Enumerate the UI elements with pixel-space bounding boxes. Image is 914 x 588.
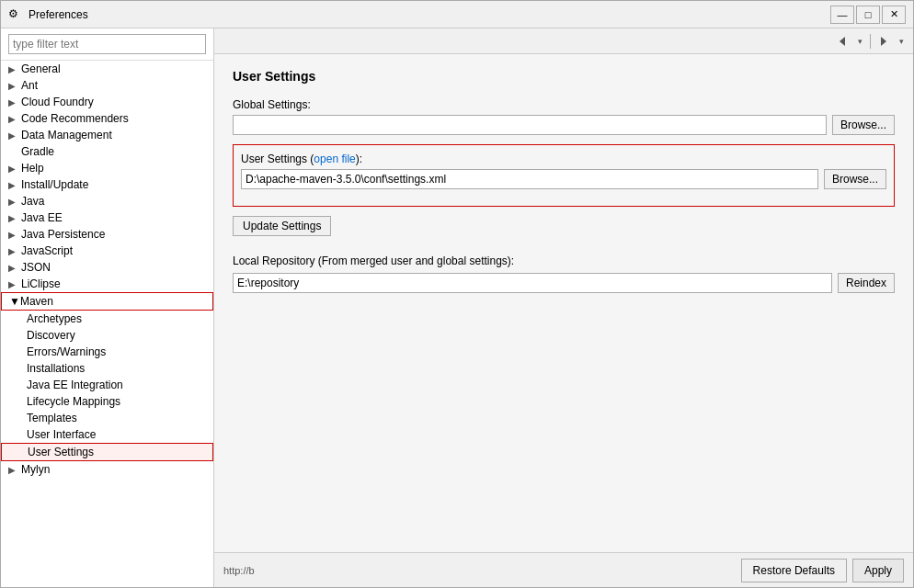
toolbar-separator <box>870 34 871 49</box>
sidebar-item-install-update[interactable]: ▶ Install/Update <box>1 176 213 193</box>
local-repo-input[interactable] <box>233 273 832 293</box>
sidebar-item-java[interactable]: ▶ Java <box>1 193 213 209</box>
sidebar-child-label: User Interface <box>27 428 96 441</box>
arrow-icon: ▶ <box>8 263 21 273</box>
sidebar-item-json[interactable]: ▶ JSON <box>1 259 213 276</box>
arrow-icon: ▼ <box>9 295 20 308</box>
forward-icon <box>877 35 890 48</box>
sidebar-item-label: Mylyn <box>21 463 50 476</box>
arrow-icon: ▶ <box>8 197 21 207</box>
sidebar-item-label: Cloud Foundry <box>21 96 94 108</box>
sidebar-item-label: Maven <box>20 295 53 308</box>
sidebar-item-label: General <box>21 62 61 75</box>
sidebar-item-mylyn[interactable]: ▶ Mylyn <box>1 461 213 478</box>
url-text: http://b <box>223 565 736 576</box>
arrow-icon: ▶ <box>8 279 21 289</box>
update-settings-button[interactable]: Update Settings <box>233 216 331 236</box>
open-file-link[interactable]: open file <box>314 153 355 165</box>
sidebar-item-maven[interactable]: ▼ Maven <box>1 292 213 311</box>
sidebar-item-installations[interactable]: Installations <box>1 360 213 377</box>
sidebar-item-help[interactable]: ▶ Help <box>1 160 213 176</box>
sidebar-item-user-interface[interactable]: User Interface <box>1 426 213 443</box>
back-button[interactable] <box>833 32 851 51</box>
sidebar-child-label: Java EE Integration <box>27 379 123 391</box>
sidebar-child-label: User Settings <box>28 446 94 458</box>
user-browse-button[interactable]: Browse... <box>824 169 886 189</box>
sidebar-child-label: Archetypes <box>27 312 82 325</box>
sidebar-item-label: Gradle <box>21 145 54 158</box>
sidebar-item-label: LiClipse <box>21 277 61 290</box>
local-repo-label: Local Repository (From merged user and g… <box>233 254 895 267</box>
dropdown-back-button[interactable]: ▾ <box>853 32 866 51</box>
user-settings-label-text: User Settings ( <box>241 153 314 165</box>
arrow-icon: ▶ <box>8 246 21 256</box>
sidebar-item-archetypes[interactable]: Archetypes <box>1 311 213 327</box>
back-icon <box>836 35 849 48</box>
sidebar-item-liclipse[interactable]: ▶ LiClipse <box>1 276 213 292</box>
bottom-bar: http://b Restore Defaults Apply <box>214 552 913 587</box>
global-browse-button[interactable]: Browse... <box>832 115 895 135</box>
sidebar: ▶ General ▶ Ant ▶ Cloud Foundry ▶ Code R… <box>1 28 214 587</box>
filter-wrap <box>1 28 213 61</box>
reindex-button[interactable]: Reindex <box>838 273 895 293</box>
arrow-icon: ▶ <box>8 164 21 174</box>
global-settings-label: Global Settings: <box>233 98 895 111</box>
title-bar: ⚙ Preferences — □ ✕ <box>1 1 913 28</box>
dropdown-forward-button[interactable]: ▾ <box>895 32 908 51</box>
arrow-icon: ▶ <box>8 97 21 107</box>
sidebar-item-cloud-foundry[interactable]: ▶ Cloud Foundry <box>1 94 213 110</box>
arrow-icon: ▶ <box>8 130 21 141</box>
restore-defaults-button[interactable]: Restore Defaults <box>741 559 847 582</box>
window-title: Preferences <box>29 8 830 21</box>
close-button[interactable]: ✕ <box>882 6 906 24</box>
arrow-icon: ▶ <box>8 114 21 124</box>
sidebar-item-user-settings[interactable]: User Settings <box>1 443 213 461</box>
sidebar-item-label: Help <box>21 162 44 175</box>
sidebar-item-gradle[interactable]: Gradle <box>1 143 213 160</box>
user-settings-row: Browse... <box>241 169 886 189</box>
window-controls: — □ ✕ <box>830 6 906 24</box>
arrow-icon: ▶ <box>8 213 21 223</box>
sidebar-item-code-recommenders[interactable]: ▶ Code Recommenders <box>1 110 213 127</box>
sidebar-item-templates[interactable]: Templates <box>1 410 213 426</box>
sidebar-item-java-persistence[interactable]: ▶ Java Persistence <box>1 226 213 243</box>
sidebar-item-label: Java Persistence <box>21 228 105 241</box>
global-settings-section: Global Settings: Browse... <box>233 98 895 135</box>
arrow-icon: ▶ <box>8 230 21 240</box>
filter-input[interactable] <box>8 34 206 54</box>
local-repo-row: Reindex <box>233 273 895 293</box>
sidebar-item-javascript[interactable]: ▶ JavaScript <box>1 243 213 259</box>
page-title: User Settings <box>233 69 895 84</box>
sidebar-item-label: Data Management <box>21 129 112 141</box>
right-toolbar: ▾ ▾ <box>214 28 913 54</box>
sidebar-child-label: Discovery <box>27 329 75 342</box>
update-settings-row: Update Settings <box>233 216 895 236</box>
maximize-button[interactable]: □ <box>856 6 880 24</box>
minimize-button[interactable]: — <box>830 6 854 24</box>
sidebar-item-java-ee[interactable]: ▶ Java EE <box>1 209 213 226</box>
user-settings-suffix: ): <box>356 153 362 165</box>
user-settings-label: User Settings (open file): <box>241 153 886 165</box>
sidebar-item-java-ee-integration[interactable]: Java EE Integration <box>1 377 213 393</box>
content-area: User Settings Global Settings: Browse...… <box>214 54 913 552</box>
sidebar-child-label: Templates <box>27 412 77 424</box>
forward-button[interactable] <box>874 32 893 51</box>
sidebar-item-ant[interactable]: ▶ Ant <box>1 77 213 94</box>
sidebar-item-lifecycle-mappings[interactable]: Lifecycle Mappings <box>1 393 213 410</box>
global-settings-input[interactable] <box>233 115 827 135</box>
sidebar-item-label: Java <box>21 195 44 208</box>
sidebar-child-label: Errors/Warnings <box>27 345 106 358</box>
sidebar-item-general[interactable]: ▶ General <box>1 61 213 77</box>
sidebar-child-label: Installations <box>27 362 85 375</box>
user-settings-box: User Settings (open file): Browse... <box>233 144 895 207</box>
user-settings-input[interactable] <box>241 169 818 189</box>
svg-marker-1 <box>881 37 886 46</box>
svg-marker-0 <box>840 37 845 46</box>
sidebar-item-label: Install/Update <box>21 178 88 191</box>
sidebar-item-discovery[interactable]: Discovery <box>1 327 213 344</box>
sidebar-item-data-management[interactable]: ▶ Data Management <box>1 127 213 143</box>
apply-button[interactable]: Apply <box>852 559 904 582</box>
tree-area: ▶ General ▶ Ant ▶ Cloud Foundry ▶ Code R… <box>1 61 213 587</box>
sidebar-item-errors-warnings[interactable]: Errors/Warnings <box>1 344 213 360</box>
sidebar-child-label: Lifecycle Mappings <box>27 395 120 408</box>
